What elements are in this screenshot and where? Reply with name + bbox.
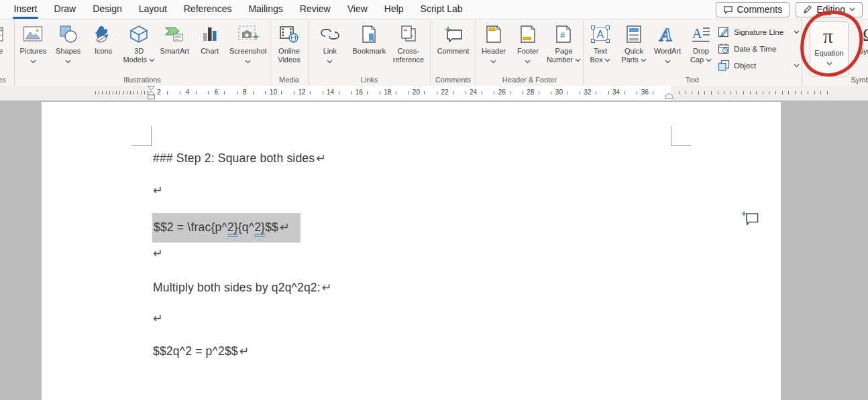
ribbon-button-screenshot[interactable]: Screenshot — [228, 21, 268, 62]
ribbon-group-label: Header & Footer — [476, 76, 583, 84]
ribbon-button-smartart[interactable]: SmartArt — [158, 21, 191, 56]
menu-tab-design[interactable]: Design — [85, 0, 131, 19]
ribbon-button-wordart[interactable]: AWordArt — [651, 21, 684, 62]
menu-tab-layout[interactable]: Layout — [130, 0, 175, 19]
ribbon-group-media: OnlineVideosMedia — [270, 19, 309, 86]
empty-paragraph-mark[interactable]: ↵ — [153, 247, 163, 260]
ruler-tick — [466, 91, 466, 94]
menu-tab-references[interactable]: References — [175, 0, 240, 19]
ribbon-button-table[interactable]: Table — [0, 21, 11, 62]
ruler-tick — [109, 91, 110, 94]
video-icon — [279, 23, 299, 45]
selected-equation-line[interactable]: $$2 = \frac{p^2}{q^2}$$↵ — [152, 213, 301, 243]
ribbon-group-text: ATextBoxQuickPartsAWordArtADropCapSignat… — [584, 19, 802, 86]
empty-paragraph-mark[interactable]: ↵ — [153, 184, 163, 197]
button-label-line: Text — [594, 47, 607, 55]
empty-paragraph-mark[interactable]: ↵ — [153, 312, 163, 325]
ribbon-button-object[interactable]: Object — [718, 60, 801, 71]
ribbon-button-link[interactable]: Link — [313, 21, 347, 62]
ruler-tick — [310, 91, 311, 94]
ribbon-button-date-time[interactable]: Date & Time — [718, 43, 801, 54]
equation-text: $$ — [265, 220, 278, 234]
ruler-tick — [224, 91, 225, 94]
ruler-tick — [814, 91, 815, 94]
ribbon: TableTablesPicturesShapesIcons3DModelsSm… — [0, 19, 868, 86]
ribbon-button-drop-cap[interactable]: ADropCap — [684, 21, 718, 64]
button-label-line: Equation — [814, 49, 843, 57]
button-label-line: reference — [393, 56, 424, 64]
chevron-down-icon — [575, 56, 581, 64]
ruler-tick — [711, 91, 712, 94]
ruler-tick — [380, 91, 380, 94]
ruler-tick — [95, 91, 96, 94]
ribbon-button-online-videos[interactable]: OnlineVideos — [272, 21, 306, 64]
button-label: Icons — [95, 47, 112, 56]
ribbon-button-quick-parts[interactable]: QuickParts — [617, 21, 651, 64]
comments-button[interactable]: Comments — [716, 2, 790, 17]
button-label-line: Screenshot — [229, 47, 267, 55]
menu-tab-script-lab[interactable]: Script Lab — [412, 0, 471, 19]
header-icon — [485, 23, 502, 45]
menu-tab-view[interactable]: View — [339, 0, 376, 19]
ribbon-group-label: Tables — [0, 76, 15, 84]
ruler-tick — [788, 91, 789, 94]
equation-line[interactable]: $$2q^2 = p^2$$↵ — [153, 344, 250, 358]
ribbon-group-header-footer: HeaderFooter#PageNumberHeader & Footer — [476, 19, 584, 86]
ruler-number: 24 — [470, 88, 477, 96]
ribbon-button-page-number[interactable]: #PageNumber — [545, 21, 582, 64]
menu-tab-review[interactable]: Review — [291, 0, 339, 19]
button-label: TextBox — [590, 47, 611, 64]
right-indent-marker[interactable] — [665, 90, 673, 102]
duck-icon — [93, 23, 113, 45]
ribbon-button-symbol[interactable]: ΩSymbol — [854, 21, 868, 62]
paragraph-mark: ↵ — [280, 220, 290, 234]
ruler-tick — [523, 91, 523, 94]
ribbon-button-cross-reference[interactable]: Cross-reference — [392, 21, 425, 64]
ribbon-button-3d-models[interactable]: 3DModels — [121, 21, 156, 64]
ruler-number: 22 — [441, 88, 448, 96]
pagenum-icon: # — [555, 23, 572, 45]
ribbon-button-comment[interactable]: Comment — [436, 21, 471, 56]
ribbon-group-label: Illustrations — [15, 76, 270, 84]
chevron-down-icon — [794, 64, 801, 68]
ribbon-button-bookmark[interactable]: Bookmark — [351, 21, 387, 56]
heading-paragraph[interactable]: ### Step 2: Square both sides↵ — [153, 151, 326, 165]
ribbon-button-footer[interactable]: Footer — [511, 21, 545, 62]
ribbon-button-pictures[interactable]: Pictures — [16, 21, 50, 62]
ribbon-button-header[interactable]: Header — [477, 21, 510, 62]
menu-tab-mailings[interactable]: Mailings — [240, 0, 291, 19]
button-label-line: Header — [482, 47, 506, 55]
body-paragraph[interactable]: Multiply both sides by q2q^2q2:↵ — [153, 281, 332, 295]
menu-tab-draw[interactable]: Draw — [46, 0, 85, 19]
menu-tab-help[interactable]: Help — [376, 0, 412, 19]
chevron-down-icon — [849, 7, 855, 11]
ruler-tick — [281, 91, 282, 94]
ruler-tick — [294, 91, 294, 94]
button-label: Object — [734, 62, 756, 70]
svg-text:#: # — [560, 30, 565, 40]
ruler-tick — [580, 91, 580, 94]
ribbon-button-chart[interactable]: Chart — [193, 21, 227, 56]
ribbon-button-signature-line[interactable]: Signature Line — [718, 26, 801, 38]
ruler-tick — [551, 91, 551, 94]
link-icon — [320, 23, 340, 45]
left-indent-marker[interactable] — [147, 86, 156, 103]
document-page[interactable]: ### Step 2: Square both sides↵ ↵ $$2 = \… — [42, 102, 781, 400]
ribbon-button-equation[interactable]: πEquation — [810, 21, 849, 76]
ruler-number: 6 — [214, 88, 218, 96]
ruler-tick — [827, 91, 828, 94]
ribbon-group-illustrations: PicturesShapesIcons3DModelsSmartArtChart… — [15, 19, 270, 86]
ribbon-button-icons[interactable]: Icons — [87, 21, 120, 56]
menu-tab-insert[interactable]: Insert — [5, 0, 46, 19]
editing-mode-button[interactable]: Editing — [796, 2, 863, 17]
ruler-tick — [769, 91, 769, 94]
add-comment-marker[interactable] — [741, 210, 759, 230]
ribbon-button-text-box[interactable]: ATextBox — [584, 21, 617, 64]
button-label-line: Icons — [95, 47, 112, 55]
ruler-tick — [130, 91, 131, 94]
ribbon-button-shapes[interactable]: Shapes — [52, 21, 85, 62]
ruler-tick — [775, 91, 776, 94]
ruler-tick — [137, 91, 138, 94]
button-label: Bookmark — [352, 47, 386, 56]
ribbon-group-links: LinkBookmarkCross-referenceLinks — [309, 19, 431, 86]
